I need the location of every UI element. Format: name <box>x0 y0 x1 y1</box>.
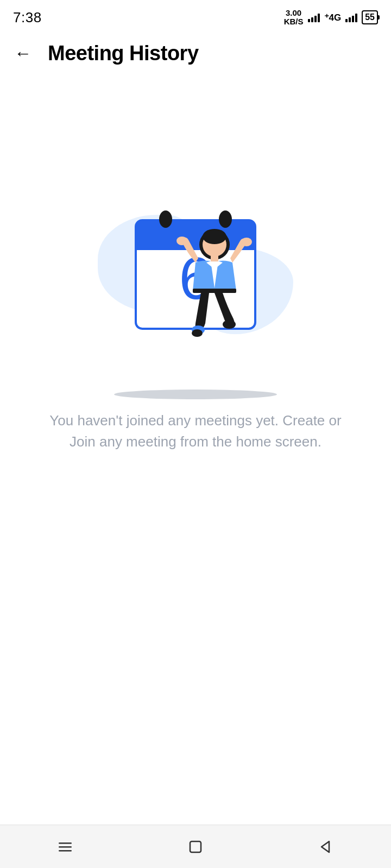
signal-bars-2 <box>345 12 357 22</box>
signal-bar-8 <box>355 14 357 22</box>
signal-bar-5 <box>345 19 348 22</box>
signal-bar-6 <box>349 17 351 22</box>
bottom-navigation <box>0 825 391 868</box>
status-bar: 7:38 3.00KB/S ⁺4G 55 <box>0 0 391 33</box>
svg-point-15 <box>223 320 236 329</box>
empty-state-message: You haven't joined any meetings yet. Cre… <box>43 410 348 452</box>
svg-rect-16 <box>59 843 72 844</box>
svg-point-10 <box>176 237 187 245</box>
home-square-icon <box>187 838 204 856</box>
signal-bar-4 <box>318 14 320 22</box>
signal-bar-1 <box>308 19 310 22</box>
nav-menu-button[interactable] <box>49 831 81 863</box>
page-title: Meeting History <box>48 42 199 65</box>
back-button[interactable]: ← <box>11 41 35 65</box>
menu-icon <box>56 838 74 856</box>
network-type: ⁺4G <box>324 12 342 23</box>
back-triangle-icon <box>317 838 335 856</box>
empty-state-illustration: 6 <box>92 182 299 388</box>
battery-indicator: 55 <box>362 10 378 24</box>
page-header: ← Meeting History <box>0 33 391 74</box>
signal-bar-3 <box>314 16 317 22</box>
svg-rect-18 <box>59 850 72 852</box>
status-time: 7:38 <box>13 9 42 26</box>
speed-indicator: 3.00KB/S <box>284 9 304 27</box>
signal-bar-2 <box>311 17 313 22</box>
svg-point-14 <box>192 329 203 337</box>
svg-point-11 <box>241 238 252 246</box>
signal-bars <box>308 12 320 22</box>
signal-bar-7 <box>352 16 354 22</box>
calendar-illustration: 6 <box>92 182 299 388</box>
back-arrow-icon: ← <box>14 43 31 63</box>
nav-back-button[interactable] <box>310 831 342 863</box>
nav-home-button[interactable] <box>179 831 212 863</box>
status-icons: 3.00KB/S ⁺4G 55 <box>284 9 378 27</box>
svg-rect-9 <box>211 255 218 261</box>
svg-point-3 <box>159 210 172 228</box>
svg-rect-12 <box>193 289 236 293</box>
svg-rect-19 <box>190 841 201 852</box>
main-content: 6 <box>0 182 391 452</box>
shadow-ellipse <box>114 390 277 399</box>
svg-marker-20 <box>321 841 329 852</box>
svg-point-4 <box>219 210 232 228</box>
svg-rect-17 <box>59 846 72 848</box>
svg-point-8 <box>203 229 226 244</box>
